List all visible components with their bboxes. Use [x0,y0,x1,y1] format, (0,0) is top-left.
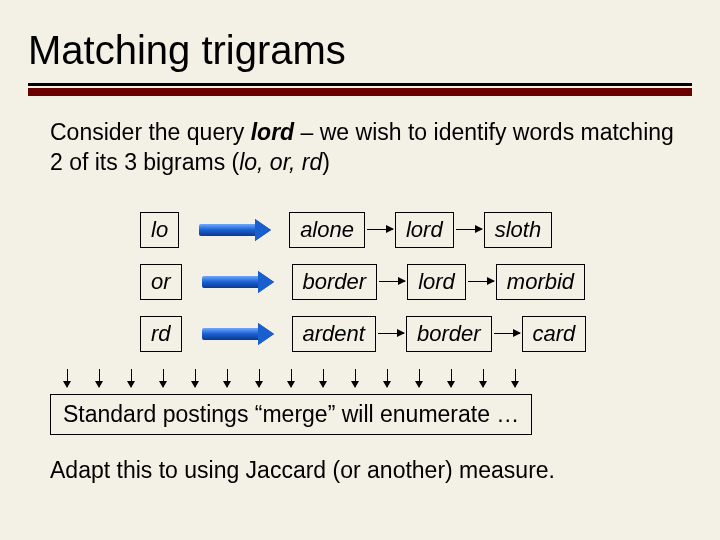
arrow-icon [379,281,405,282]
arrow-down-icon [67,369,68,387]
arrow-down-icon [355,369,356,387]
postings-diagram: lo alone lord sloth or border lord morbi… [50,178,680,352]
slide: Matching trigrams Consider the query lor… [0,0,720,540]
slide-footer: Standard postings “merge” will enumerate… [0,352,720,484]
bigram-box: or [140,264,182,300]
postings-row: or border lord morbid [140,264,680,300]
word-box: ardent [292,316,376,352]
postings-row: rd ardent border card [140,316,680,352]
bigram-box: rd [140,316,182,352]
merge-statement: Standard postings “merge” will enumerate… [50,394,532,435]
word-box: morbid [496,264,585,300]
arrow-icon [456,229,482,230]
slide-body: Consider the query lord – we wish to ide… [0,96,720,352]
word-box: alone [289,212,365,248]
arrow-icon [378,333,404,334]
intro-paragraph: Consider the query lord – we wish to ide… [50,118,680,178]
arrow-down-icon [227,369,228,387]
arrow-down-icon [131,369,132,387]
arrow-down-icon [451,369,452,387]
word-box: border [292,264,378,300]
word-box: card [522,316,587,352]
slide-title: Matching trigrams [0,0,720,77]
arrow-down-icon [259,369,260,387]
arrow-down-icon [323,369,324,387]
arrow-down-icon [163,369,164,387]
word-box: lord [395,212,454,248]
arrow-icon [468,281,494,282]
word-box: sloth [484,212,552,248]
arrow-down-icon [515,369,516,387]
postings-row: lo alone lord sloth [140,212,680,248]
arrow-down-icon [99,369,100,387]
title-rule [28,83,692,96]
arrow-down-icon [419,369,420,387]
arrow-down-icon [387,369,388,387]
word-box: border [406,316,492,352]
merge-text: Standard postings “merge” will enumerate… [63,401,519,427]
arrow-down-icon [483,369,484,387]
arrow-icon [202,276,272,288]
arrow-icon [202,328,272,340]
bigram-box: lo [140,212,179,248]
arrow-down-icon [195,369,196,387]
arrow-down-icon [291,369,292,387]
word-box: lord [407,264,466,300]
arrow-icon [367,229,393,230]
arrow-icon [494,333,520,334]
arrow-icon [199,224,269,236]
adapt-statement: Adapt this to using Jaccard (or another)… [50,435,680,484]
merge-down-arrows [51,369,531,395]
